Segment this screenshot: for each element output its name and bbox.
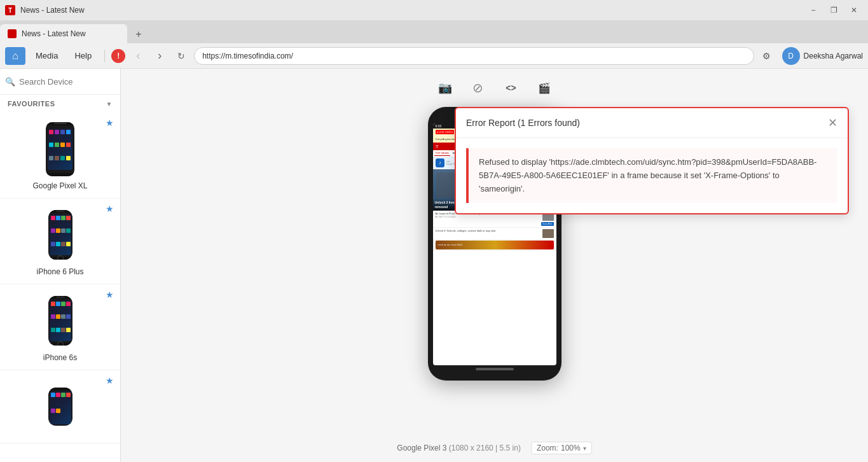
video-icon: 🎬: [538, 82, 551, 94]
list-item[interactable]: ★: [0, 284, 120, 370]
search-bar: 🔍 «: [0, 69, 120, 95]
profile-name: Deeksha Agarwal: [804, 52, 863, 60]
profile-section: D Deeksha Agarwal: [782, 47, 863, 65]
error-message-text: Refused to display 'https://ade.clmbtech…: [479, 156, 827, 195]
device-name: Google Pixel XL: [32, 181, 87, 190]
device-list: ★: [0, 113, 120, 462]
tab-label: News - Latest New: [22, 29, 86, 38]
home-bar: [476, 368, 514, 370]
error-message-box: Refused to display 'https://ade.clmbtech…: [466, 148, 837, 203]
code-icon: <>: [506, 83, 516, 93]
sidebar: 🔍 « FAVOURITES ▼ ★: [0, 69, 121, 462]
favourite-star-icon: ★: [106, 290, 114, 300]
back-button[interactable]: ‹: [129, 47, 147, 65]
forward-button[interactable]: ›: [151, 47, 169, 65]
close-button[interactable]: ✕: [845, 4, 863, 17]
favourites-header: FAVOURITES ▼: [0, 95, 120, 113]
gear-icon: ⚙: [762, 51, 771, 61]
new-tab-button[interactable]: +: [130, 25, 148, 43]
error-body: Refused to display 'https://ade.clmbtech…: [456, 138, 848, 213]
device-image: [43, 206, 78, 263]
title-bar-left: T News - Latest New: [5, 5, 85, 15]
window-controls: − ❐ ✕: [804, 4, 863, 17]
chevron-down-icon: ▼: [106, 101, 113, 108]
device-name: iPhone 6s: [43, 353, 77, 362]
favourite-star-icon: ★: [106, 204, 114, 214]
code-tool-button[interactable]: <>: [500, 76, 523, 99]
bottom-news-text: भारत की प्रेम कथा नवभारत GOLD: [437, 244, 463, 246]
reload-button[interactable]: ↻: [172, 47, 190, 65]
device-image: [43, 120, 78, 178]
search-icon: 🔍: [5, 77, 15, 87]
know-more-btn: Know More: [541, 222, 553, 226]
tab-top-news: TOP NEWS: [434, 151, 450, 156]
title-bar: T News - Latest New − ❐ ✕: [0, 0, 868, 20]
list-item[interactable]: ★: [0, 113, 120, 199]
maximize-button[interactable]: ❐: [825, 4, 843, 17]
error-close-button[interactable]: ✕: [828, 116, 837, 130]
device-image: [43, 378, 78, 435]
video-tool-button[interactable]: 🎬: [533, 76, 556, 99]
home-button[interactable]: ⌂: [5, 47, 25, 65]
error-indicator[interactable]: !: [111, 49, 125, 63]
zoom-label: Zoom:: [537, 444, 558, 452]
favourite-star-icon: ★: [106, 118, 114, 128]
news-item-2: Unlock 3: Schools, colleges, cinema hall…: [433, 228, 556, 239]
ad-label: Ad: SELF LIT LG OLED: [436, 216, 541, 218]
main-content: 🔍 « FAVOURITES ▼ ★: [0, 69, 868, 462]
content-area: 📷 ⊘ <> 🎬: [121, 69, 868, 462]
url-text: https://m.timesofindia.com/: [202, 52, 293, 60]
tab-bar: News - Latest New +: [0, 20, 868, 43]
home-icon: ⌂: [12, 50, 18, 62]
settings-button[interactable]: ⚙: [758, 47, 776, 65]
zoom-control[interactable]: Zoom: 100% ▾: [531, 442, 592, 454]
zoom-value: 100%: [561, 444, 581, 452]
toggle-icon: ⊘: [472, 80, 483, 95]
bottom-status-bar: Google Pixel 3 (1080 x 2160 | 5.5 in) Zo…: [121, 442, 868, 454]
list-item[interactable]: ★: [0, 199, 120, 284]
media-menu[interactable]: Media: [29, 48, 64, 63]
browser-tab[interactable]: News - Latest New: [0, 24, 127, 43]
device-toolbar: 📷 ⊘ <> 🎬: [434, 69, 556, 107]
tab-favicon: [8, 29, 17, 38]
favourites-label: FAVOURITES: [8, 100, 55, 108]
search-input[interactable]: [19, 77, 126, 87]
help-menu[interactable]: Help: [68, 48, 98, 63]
avatar: D: [782, 47, 800, 65]
device-image: [43, 292, 78, 349]
error-report-panel: Error Report (1 Errors found) ✕ Refused …: [455, 107, 849, 214]
separator: [104, 50, 105, 62]
news-title-2: Unlock 3: Schools, colleges, cinema hall…: [436, 229, 541, 232]
navigation-bar: ⌂ Media Help ! ‹ › ↻ https://m.timesofin…: [0, 43, 868, 69]
camera-tool-button[interactable]: 📷: [434, 76, 457, 99]
status-time: 9:00: [436, 124, 442, 128]
error-title: Error Report (1 Errors found): [466, 118, 580, 128]
minimize-button[interactable]: −: [804, 4, 822, 17]
device-name: iPhone 6 Plus: [36, 267, 83, 276]
app-favicon: T: [5, 5, 15, 15]
news-image-strip: भारत की प्रेम कथा नवभारत GOLD: [433, 239, 556, 251]
url-bar[interactable]: https://m.timesofindia.com/: [194, 47, 754, 65]
camera-icon: 📷: [438, 81, 452, 95]
device-label: Google Pixel 3 (1080 x 2160 | 5.5 in): [397, 444, 521, 452]
live-badge: ● LIVE VIDEO: [436, 130, 455, 134]
chevron-down-icon: ▾: [583, 445, 586, 452]
error-header: Error Report (1 Errors found) ✕: [456, 108, 848, 138]
list-item[interactable]: ★: [0, 370, 120, 444]
favourite-star-icon: ★: [106, 375, 114, 386]
menu-icon: ☰: [436, 144, 438, 148]
window-title: News - Latest New: [20, 6, 85, 15]
toggle-tool-button[interactable]: ⊘: [467, 76, 490, 99]
